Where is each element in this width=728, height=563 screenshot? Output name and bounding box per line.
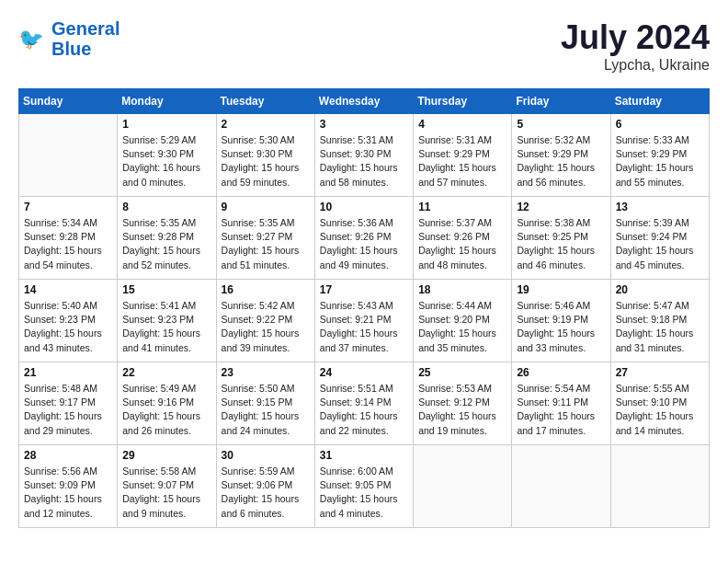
day-number: 31 — [320, 449, 408, 462]
calendar-cell: 5Sunrise: 5:32 AMSunset: 9:29 PMDaylight… — [512, 114, 610, 197]
day-info: Sunrise: 5:38 AMSunset: 9:25 PMDaylight:… — [517, 216, 605, 272]
day-info: Sunrise: 5:35 AMSunset: 9:28 PMDaylight:… — [122, 216, 210, 272]
calendar-cell — [512, 445, 610, 528]
day-info: Sunrise: 5:39 AMSunset: 9:24 PMDaylight:… — [616, 216, 704, 272]
weekday-header: Monday — [118, 89, 216, 114]
day-number: 8 — [122, 201, 210, 213]
day-number: 25 — [418, 366, 506, 379]
day-number: 22 — [122, 366, 210, 379]
logo-text2: Blue — [51, 39, 119, 59]
day-info: Sunrise: 5:49 AMSunset: 9:16 PMDaylight:… — [122, 382, 210, 438]
calendar-cell: 30Sunrise: 5:59 AMSunset: 9:06 PMDayligh… — [216, 445, 314, 528]
day-info: Sunrise: 5:43 AMSunset: 9:21 PMDaylight:… — [320, 299, 408, 355]
day-number: 10 — [320, 201, 408, 213]
day-number: 26 — [517, 366, 605, 379]
calendar-cell: 15Sunrise: 5:41 AMSunset: 9:23 PMDayligh… — [118, 280, 216, 362]
day-number: 1 — [122, 118, 210, 131]
calendar-cell — [19, 114, 118, 197]
day-info: Sunrise: 5:44 AMSunset: 9:20 PMDaylight:… — [418, 299, 506, 355]
day-info: Sunrise: 6:00 AMSunset: 9:05 PMDaylight:… — [320, 465, 408, 521]
calendar-cell: 9Sunrise: 5:35 AMSunset: 9:27 PMDaylight… — [216, 197, 314, 280]
svg-text:🐦: 🐦 — [18, 27, 44, 52]
day-number: 15 — [122, 283, 210, 296]
day-info: Sunrise: 5:36 AMSunset: 9:26 PMDaylight:… — [320, 216, 408, 272]
day-info: Sunrise: 5:35 AMSunset: 9:27 PMDaylight:… — [222, 216, 310, 272]
calendar-cell: 18Sunrise: 5:44 AMSunset: 9:20 PMDayligh… — [414, 280, 512, 362]
day-info: Sunrise: 5:54 AMSunset: 9:11 PMDaylight:… — [517, 382, 605, 438]
day-info: Sunrise: 5:56 AMSunset: 9:09 PMDaylight:… — [24, 465, 112, 521]
day-number: 5 — [517, 118, 605, 131]
day-number: 23 — [222, 366, 310, 379]
day-number: 6 — [616, 118, 704, 131]
calendar-cell: 22Sunrise: 5:49 AMSunset: 9:16 PMDayligh… — [118, 362, 216, 445]
day-number: 13 — [616, 201, 704, 213]
calendar-cell: 31Sunrise: 6:00 AMSunset: 9:05 PMDayligh… — [314, 445, 413, 528]
day-number: 11 — [418, 201, 506, 213]
calendar-cell: 3Sunrise: 5:31 AMSunset: 9:30 PMDaylight… — [314, 114, 413, 197]
day-number: 14 — [24, 283, 112, 296]
day-info: Sunrise: 5:40 AMSunset: 9:23 PMDaylight:… — [24, 299, 112, 355]
calendar-cell: 26Sunrise: 5:54 AMSunset: 9:11 PMDayligh… — [512, 362, 610, 445]
calendar-cell: 19Sunrise: 5:46 AMSunset: 9:19 PMDayligh… — [512, 280, 610, 362]
day-info: Sunrise: 5:30 AMSunset: 9:30 PMDaylight:… — [222, 133, 310, 190]
day-number: 27 — [616, 366, 704, 379]
day-info: Sunrise: 5:29 AMSunset: 9:30 PMDaylight:… — [122, 133, 210, 190]
calendar-cell: 23Sunrise: 5:50 AMSunset: 9:15 PMDayligh… — [216, 362, 314, 445]
calendar-cell: 13Sunrise: 5:39 AMSunset: 9:24 PMDayligh… — [610, 197, 709, 280]
day-number: 18 — [418, 283, 506, 296]
day-number: 21 — [24, 366, 112, 379]
day-info: Sunrise: 5:55 AMSunset: 9:10 PMDaylight:… — [616, 382, 704, 438]
day-info: Sunrise: 5:53 AMSunset: 9:12 PMDaylight:… — [418, 382, 506, 438]
calendar-header-row: SundayMondayTuesdayWednesdayThursdayFrid… — [19, 89, 710, 114]
page-header: 🐦 General Blue July 2024 Lypcha, Ukraine — [18, 18, 710, 74]
day-number: 29 — [122, 449, 210, 462]
calendar-cell: 1Sunrise: 5:29 AMSunset: 9:30 PMDaylight… — [118, 114, 216, 197]
calendar-cell: 21Sunrise: 5:48 AMSunset: 9:17 PMDayligh… — [19, 362, 118, 445]
logo-icon: 🐦 — [18, 24, 48, 53]
calendar-cell: 8Sunrise: 5:35 AMSunset: 9:28 PMDaylight… — [118, 197, 216, 280]
day-info: Sunrise: 5:48 AMSunset: 9:17 PMDaylight:… — [24, 382, 112, 438]
day-number: 24 — [320, 366, 408, 379]
day-info: Sunrise: 5:50 AMSunset: 9:15 PMDaylight:… — [222, 382, 310, 438]
day-number: 17 — [320, 283, 408, 296]
day-info: Sunrise: 5:37 AMSunset: 9:26 PMDaylight:… — [418, 216, 506, 272]
logo: 🐦 General Blue — [18, 18, 119, 59]
calendar-table: SundayMondayTuesdayWednesdayThursdayFrid… — [18, 88, 710, 528]
day-info: Sunrise: 5:34 AMSunset: 9:28 PMDaylight:… — [24, 216, 112, 272]
calendar-cell: 28Sunrise: 5:56 AMSunset: 9:09 PMDayligh… — [19, 445, 118, 528]
calendar-cell: 14Sunrise: 5:40 AMSunset: 9:23 PMDayligh… — [19, 280, 118, 362]
day-number: 2 — [222, 118, 310, 131]
calendar-cell: 6Sunrise: 5:33 AMSunset: 9:29 PMDaylight… — [610, 114, 709, 197]
day-info: Sunrise: 5:47 AMSunset: 9:18 PMDaylight:… — [616, 299, 704, 355]
day-number: 12 — [517, 201, 605, 213]
calendar-cell: 12Sunrise: 5:38 AMSunset: 9:25 PMDayligh… — [512, 197, 610, 280]
calendar-cell: 20Sunrise: 5:47 AMSunset: 9:18 PMDayligh… — [610, 280, 709, 362]
weekday-header: Saturday — [610, 89, 709, 114]
calendar-cell: 29Sunrise: 5:58 AMSunset: 9:07 PMDayligh… — [118, 445, 216, 528]
day-info: Sunrise: 5:31 AMSunset: 9:29 PMDaylight:… — [418, 133, 506, 190]
calendar-cell — [414, 445, 512, 528]
calendar-week-row: 28Sunrise: 5:56 AMSunset: 9:09 PMDayligh… — [19, 445, 710, 528]
day-info: Sunrise: 5:59 AMSunset: 9:06 PMDaylight:… — [222, 465, 310, 521]
month-year-title: July 2024 — [561, 18, 710, 57]
day-number: 19 — [517, 283, 605, 296]
calendar-cell: 7Sunrise: 5:34 AMSunset: 9:28 PMDaylight… — [19, 197, 118, 280]
day-info: Sunrise: 5:46 AMSunset: 9:19 PMDaylight:… — [517, 299, 605, 355]
day-number: 28 — [24, 449, 112, 462]
day-number: 9 — [222, 201, 310, 213]
location-subtitle: Lypcha, Ukraine — [561, 57, 710, 74]
calendar-cell: 17Sunrise: 5:43 AMSunset: 9:21 PMDayligh… — [314, 280, 413, 362]
weekday-header: Friday — [512, 89, 610, 114]
calendar-cell: 10Sunrise: 5:36 AMSunset: 9:26 PMDayligh… — [314, 197, 413, 280]
day-info: Sunrise: 5:41 AMSunset: 9:23 PMDaylight:… — [122, 299, 210, 355]
calendar-cell — [610, 445, 709, 528]
calendar-week-row: 7Sunrise: 5:34 AMSunset: 9:28 PMDaylight… — [19, 197, 710, 280]
day-info: Sunrise: 5:33 AMSunset: 9:29 PMDaylight:… — [616, 133, 704, 190]
day-number: 20 — [616, 283, 704, 296]
calendar-cell: 16Sunrise: 5:42 AMSunset: 9:22 PMDayligh… — [216, 280, 314, 362]
weekday-header: Sunday — [19, 89, 118, 114]
calendar-week-row: 1Sunrise: 5:29 AMSunset: 9:30 PMDaylight… — [19, 114, 710, 197]
day-number: 16 — [222, 283, 310, 296]
calendar-cell: 2Sunrise: 5:30 AMSunset: 9:30 PMDaylight… — [216, 114, 314, 197]
logo-text: General — [51, 18, 119, 39]
